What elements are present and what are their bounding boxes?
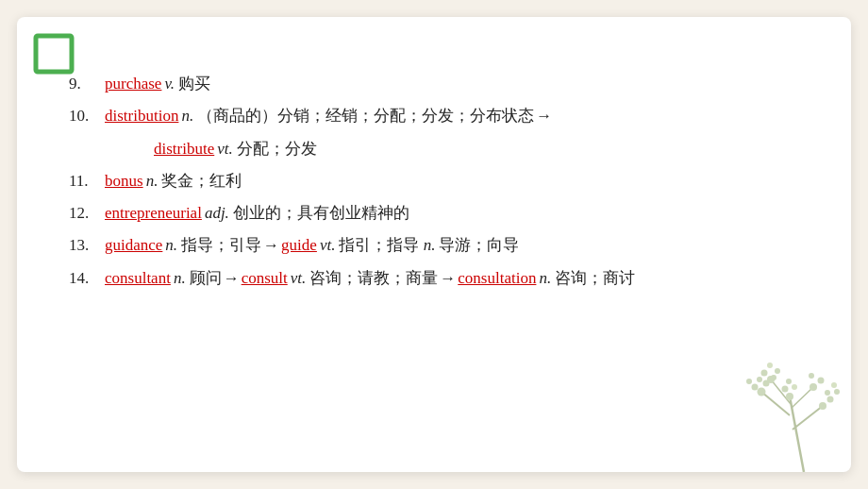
svg-point-7 xyxy=(752,384,759,391)
word-11: bonus xyxy=(105,166,143,196)
svg-point-14 xyxy=(834,389,840,395)
entry-10: 10. distribution n. （商品的）分销；经销；分配；分发；分布状… xyxy=(69,101,823,131)
def-10: （商品的）分销；经销；分配；分发；分布状态 xyxy=(197,101,534,131)
entry-10-cont: distribute vt. 分配；分发 xyxy=(69,134,823,164)
svg-point-20 xyxy=(767,363,773,368)
svg-point-24 xyxy=(786,393,793,400)
pos-14: n. xyxy=(174,263,186,294)
pos-9: v. xyxy=(164,69,175,99)
word-14: consultant xyxy=(105,263,171,294)
pos-12: adj. xyxy=(205,198,229,228)
pos-14c: n. xyxy=(539,263,551,294)
entry-num-10: 10. xyxy=(69,101,105,131)
def-14: 顾问 xyxy=(190,263,222,294)
def-13: 指导；引导 xyxy=(181,230,261,261)
entry-14: 14. consultant n. 顾问 → consult vt. 咨询；请教… xyxy=(69,263,823,294)
def-10b: 分配；分发 xyxy=(237,134,317,164)
def-9: 购买 xyxy=(178,69,210,99)
svg-point-22 xyxy=(818,378,825,384)
pos-11: n. xyxy=(146,166,159,196)
svg-line-5 xyxy=(792,387,813,408)
svg-point-26 xyxy=(792,384,797,390)
entry-12: 12. entrepreneurial adj. 创业的；具有创业精神的 xyxy=(69,198,823,228)
arrow-10: → xyxy=(536,101,552,131)
pos-14b: vt. xyxy=(291,263,307,294)
def-12: 创业的；具有创业精神的 xyxy=(233,198,409,228)
entry-num-14: 14. xyxy=(69,263,105,294)
svg-point-19 xyxy=(775,368,780,374)
svg-point-27 xyxy=(786,379,792,384)
svg-point-16 xyxy=(831,382,837,388)
plant-decoration xyxy=(728,340,851,472)
word-14c: consultation xyxy=(458,263,536,294)
entry-num-13: 13. xyxy=(69,230,105,261)
entry-13: 13. guidance n. 指导；引导 → guide vt. 指引；指导 … xyxy=(69,230,823,261)
pos-10: n. xyxy=(181,101,193,131)
word-13: guidance xyxy=(105,230,162,261)
entry-num-12: 12. xyxy=(69,198,105,228)
entry-11: 11. bonus n. 奖金；红利 xyxy=(69,166,823,196)
svg-point-21 xyxy=(810,383,817,391)
pos-10b: vt. xyxy=(217,134,233,164)
svg-point-10 xyxy=(757,377,762,382)
def-13c: 导游；向导 xyxy=(439,230,519,261)
content-area: 9. purchase v. 购买 10. distribution n. （商… xyxy=(69,69,823,434)
def-11: 奖金；红利 xyxy=(161,166,242,196)
pos-13c: n. xyxy=(424,230,436,261)
word-10: distribution xyxy=(105,101,178,131)
pos-13: n. xyxy=(165,230,177,261)
arrow-14b: → xyxy=(440,263,456,294)
svg-line-2 xyxy=(761,392,790,415)
word-14b: consult xyxy=(242,263,288,294)
svg-rect-0 xyxy=(36,36,72,72)
svg-point-17 xyxy=(767,376,775,383)
entry-num-11: 11. xyxy=(69,166,105,196)
pos-13b: vt. xyxy=(320,230,336,261)
svg-point-25 xyxy=(782,386,789,393)
arrow-13: → xyxy=(263,230,279,261)
svg-point-9 xyxy=(746,379,752,384)
main-card: 9. purchase v. 购买 10. distribution n. （商… xyxy=(17,17,851,472)
word-9: purchase xyxy=(105,69,161,99)
word-12: entrepreneurial xyxy=(105,198,202,228)
svg-point-15 xyxy=(825,390,830,396)
svg-point-12 xyxy=(819,402,826,410)
def-13b: 指引；指导 xyxy=(339,230,419,261)
svg-point-13 xyxy=(827,396,834,403)
svg-line-3 xyxy=(793,406,823,430)
def-14c: 咨询；商讨 xyxy=(555,263,635,294)
arrow-14: → xyxy=(224,263,240,294)
word-10b: distribute xyxy=(154,134,214,164)
def-14b: 咨询；请教；商量 xyxy=(309,263,438,294)
word-13b: guide xyxy=(281,230,317,261)
svg-point-18 xyxy=(761,370,768,377)
entry-num-9: 9. xyxy=(69,69,105,99)
svg-point-23 xyxy=(809,373,814,379)
svg-point-6 xyxy=(758,388,766,396)
entry-9: 9. purchase v. 购买 xyxy=(69,69,823,99)
